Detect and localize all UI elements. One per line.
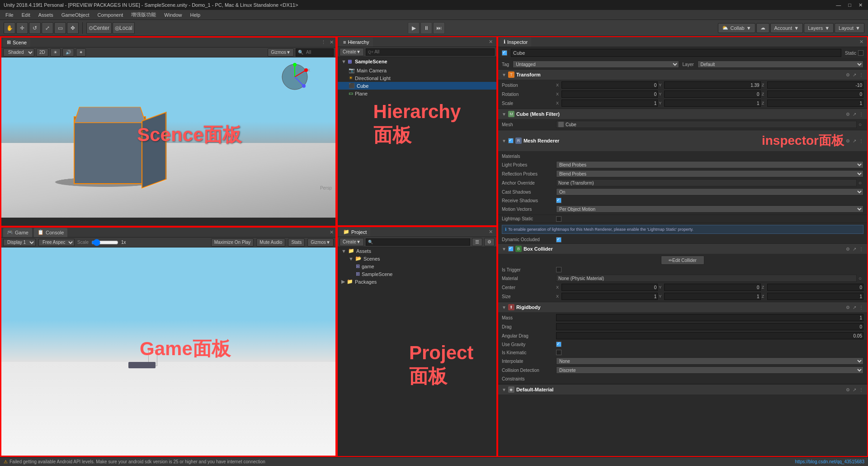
collision-detection-select[interactable]: Discrete: [556, 366, 863, 374]
game-tab[interactable]: 🎮 Game: [3, 228, 32, 237]
mass-input[interactable]: [556, 314, 863, 321]
tool-hand[interactable]: ✋: [4, 22, 15, 34]
project-toggle-btn[interactable]: ☰: [472, 238, 482, 246]
folder-scenes[interactable]: ▼ 📂 Scenes: [338, 255, 496, 262]
center-y-input[interactable]: [664, 284, 760, 291]
hierarchy-item-cube[interactable]: ⬛ Cube: [338, 82, 496, 90]
tag-select[interactable]: Untagged: [513, 61, 679, 68]
layers-btn[interactable]: Layers ▼: [804, 23, 834, 33]
game-gizmos-btn[interactable]: Gizmos ▼: [307, 238, 334, 247]
pause-btn[interactable]: ⏸: [420, 22, 432, 34]
rot-z-input[interactable]: [767, 90, 863, 98]
hierarchy-tab[interactable]: ≡ Hierarchy: [340, 38, 373, 47]
mute-audio-btn[interactable]: Mute Audio: [256, 238, 285, 247]
tool-combo[interactable]: ✥: [67, 22, 79, 34]
scale-x-input[interactable]: [561, 100, 658, 107]
scene-panel-menu[interactable]: ⋮: [321, 39, 326, 45]
project-settings-btn[interactable]: ⚙: [484, 238, 495, 246]
scene-tab[interactable]: ⊞ Scene: [3, 38, 30, 47]
hierarchy-search-input[interactable]: [374, 49, 492, 54]
rot-y-input[interactable]: [664, 90, 760, 98]
project-create-btn[interactable]: Create ▼: [340, 238, 364, 246]
box-collider-enable[interactable]: [508, 246, 514, 252]
layer-select[interactable]: Default: [698, 61, 863, 68]
menu-gameobject[interactable]: GameObject: [58, 11, 93, 19]
stats-btn[interactable]: Stats: [288, 238, 305, 247]
gizmos-btn[interactable]: Gizmos ▼: [268, 48, 294, 57]
menu-enhance[interactable]: 增强版功能: [127, 10, 160, 19]
size-z-input[interactable]: [767, 293, 863, 300]
light-probes-select[interactable]: Blend Probes: [556, 161, 863, 168]
hierarchy-scene-label[interactable]: SampleScene: [355, 59, 387, 64]
minimize-btn[interactable]: —: [834, 2, 843, 8]
menu-window[interactable]: Window: [160, 11, 185, 19]
interpolate-select[interactable]: None: [556, 357, 863, 365]
light-btn[interactable]: ☀: [50, 48, 61, 57]
project-panel-close[interactable]: ✕: [489, 229, 493, 235]
use-gravity-checkbox[interactable]: [556, 342, 561, 347]
angular-drag-input[interactable]: [556, 332, 863, 339]
center-z-input[interactable]: [767, 284, 863, 291]
menu-file[interactable]: File: [2, 11, 17, 19]
dynamic-occluded-checkbox[interactable]: [556, 237, 561, 243]
menu-assets[interactable]: Assets: [35, 11, 57, 19]
scale-y-input[interactable]: [664, 100, 760, 107]
file-samplescene[interactable]: ⊞ SampleScene: [338, 270, 496, 278]
inspector-tab[interactable]: ℹ Inspector: [500, 38, 531, 47]
mesh-filter-header[interactable]: ▼ M Cube (Mesh Filter) ⚙ ↗ ⋮: [498, 109, 867, 119]
pos-y-input[interactable]: [664, 81, 760, 89]
hierarchy-item-light[interactable]: ☀ Directional Light: [338, 74, 496, 82]
maximize-btn[interactable]: □: [846, 2, 853, 8]
project-tab[interactable]: 📁 Project: [340, 228, 370, 237]
hierarchy-create-btn[interactable]: Create ▼: [340, 48, 364, 56]
console-tab[interactable]: 📋 Console: [34, 228, 67, 237]
reflection-probes-select[interactable]: Blend Probes: [556, 170, 863, 177]
menu-component[interactable]: Component: [94, 11, 127, 19]
local-btn[interactable]: ◎ Local: [113, 22, 135, 34]
game-panel-close[interactable]: ✕: [330, 229, 334, 235]
size-x-input[interactable]: [561, 293, 658, 300]
close-btn[interactable]: ✕: [857, 2, 864, 8]
anchor-override-select[interactable]: ○: [857, 180, 863, 185]
scene-search[interactable]: [304, 49, 331, 56]
tool-scale[interactable]: ⤢: [42, 22, 53, 34]
tool-rotate[interactable]: ↺: [29, 22, 41, 34]
file-game[interactable]: ⊞ game: [338, 262, 496, 270]
menu-help[interactable]: Help: [186, 11, 204, 19]
scale-slider[interactable]: [91, 240, 118, 245]
tool-move[interactable]: ✛: [16, 22, 28, 34]
pos-x-input[interactable]: [561, 81, 658, 89]
motion-vectors-select[interactable]: Per Object Motion: [556, 205, 863, 213]
default-material-header[interactable]: ▼ ◈ Default-Material ⚙ ↗ ⋮: [498, 384, 867, 395]
transform-header[interactable]: ▼ T Transform ⚙ ↗ ⋮: [498, 70, 867, 80]
hierarchy-item-camera[interactable]: 📷 Main Camera: [338, 67, 496, 74]
size-y-input[interactable]: [664, 293, 760, 300]
menu-edit[interactable]: Edit: [18, 11, 34, 19]
2d-btn[interactable]: 2D: [36, 48, 48, 57]
layout-btn[interactable]: Layout ▼: [835, 23, 864, 33]
project-search-input[interactable]: [374, 239, 468, 244]
center-x-input[interactable]: [561, 284, 658, 291]
fx-btn[interactable]: ✦: [76, 48, 86, 57]
is-trigger-checkbox[interactable]: [556, 267, 561, 272]
static-checkbox[interactable]: [858, 50, 863, 56]
mesh-renderer-enable[interactable]: [508, 138, 514, 143]
active-checkbox[interactable]: [502, 50, 507, 56]
folder-packages[interactable]: ▶ 📁 Packages: [338, 278, 496, 285]
rigidbody-header[interactable]: ▼ ⬆ Rigidbody ⚙ ↗ ⋮: [498, 302, 867, 312]
cast-shadows-select[interactable]: On: [556, 188, 863, 195]
drag-input[interactable]: [556, 323, 863, 330]
audio-btn[interactable]: 🔊: [62, 48, 74, 57]
aspect-select[interactable]: Free Aspect: [38, 239, 75, 246]
hierarchy-panel-close[interactable]: ✕: [489, 39, 493, 45]
display-select[interactable]: Display 1: [3, 239, 36, 246]
step-btn[interactable]: ⏭: [433, 22, 445, 34]
lightmap-static-checkbox[interactable]: [556, 216, 561, 222]
scale-z-input[interactable]: [767, 100, 863, 107]
mesh-renderer-header[interactable]: ▼ R Mesh Renderer inspector面板 ⚙ ↗ ⋮: [498, 130, 867, 151]
collider-material-select[interactable]: ○: [857, 276, 863, 281]
maximize-on-play-btn[interactable]: Maximize On Play: [211, 238, 254, 247]
collab-btn[interactable]: ⛅ Collab ▼: [718, 23, 755, 33]
center-btn[interactable]: ⊙ Center: [86, 22, 112, 34]
status-link[interactable]: https://blog.csdn.net/qq_43515683: [795, 459, 864, 464]
